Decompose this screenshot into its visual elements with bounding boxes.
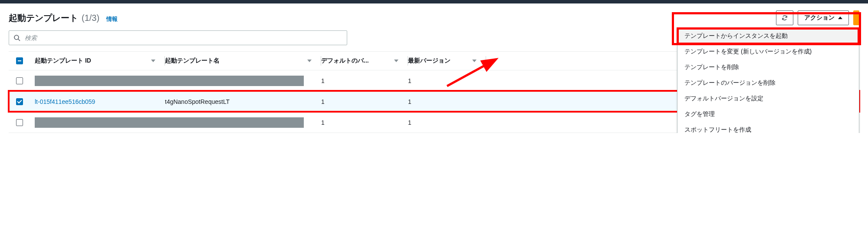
column-header-name-label: 起動テンプレート名 — [165, 57, 220, 65]
default-version-cell: 1 — [321, 98, 325, 105]
sort-icon — [472, 60, 477, 62]
selection-count: (1/3) — [82, 13, 99, 23]
column-header-latest-version[interactable]: 最新バージョン — [408, 52, 486, 70]
latest-version-cell: 1 — [408, 98, 411, 105]
column-header-default-version-label: デフォルトのバ... — [321, 57, 369, 65]
sort-icon — [151, 60, 155, 62]
redacted-cell — [35, 76, 304, 86]
template-name-cell: t4gNanoSpotRequestLT — [165, 98, 230, 105]
row-checkbox[interactable] — [16, 77, 23, 84]
latest-version-cell: 1 — [408, 77, 411, 84]
page-header: 起動テンプレート (1/3) 情報 アクション — [9, 10, 859, 25]
column-header-default-version[interactable]: デフォルトのバ... — [321, 52, 408, 70]
row-checkbox[interactable] — [16, 119, 23, 126]
menu-item-modify-template[interactable]: テンプレートを変更 (新しいバージョンを作成) — [677, 44, 859, 60]
refresh-button[interactable] — [776, 10, 793, 25]
create-launch-template-button[interactable] — [853, 10, 859, 25]
actions-dropdown-button[interactable]: アクション — [798, 10, 849, 25]
latest-version-cell: 1 — [408, 119, 411, 126]
default-version-cell: 1 — [321, 119, 325, 126]
search-container[interactable] — [9, 30, 347, 45]
menu-item-delete-template[interactable]: テンプレートを削除 — [677, 60, 859, 75]
global-nav-bar — [0, 0, 868, 3]
actions-dropdown-menu: テンプレートからインスタンスを起動 テンプレートを変更 (新しいバージョンを作成… — [677, 28, 859, 133]
sort-icon — [307, 60, 312, 62]
menu-item-manage-tags[interactable]: タグを管理 — [677, 106, 859, 122]
row-checkbox[interactable] — [16, 98, 23, 105]
search-icon — [13, 34, 20, 41]
info-link[interactable]: 情報 — [106, 15, 118, 23]
column-header-id-label: 起動テンプレート ID — [35, 57, 91, 65]
menu-item-create-spot-fleet[interactable]: スポットフリートを作成 — [677, 122, 859, 133]
default-version-cell: 1 — [321, 77, 325, 84]
page-title: 起動テンプレート — [9, 12, 78, 24]
svg-line-1 — [18, 39, 20, 41]
menu-item-set-default-version[interactable]: デフォルトバージョンを設定 — [677, 91, 859, 106]
menu-item-delete-version[interactable]: テンプレートのバージョンを削除 — [677, 75, 859, 91]
search-input[interactable] — [24, 34, 342, 42]
actions-label: アクション — [804, 14, 835, 22]
refresh-icon — [781, 14, 788, 21]
column-header-name[interactable]: 起動テンプレート名 — [165, 52, 321, 70]
template-id-link[interactable]: lt-015f411ee516cb059 — [35, 98, 95, 105]
column-header-id[interactable]: 起動テンプレート ID — [35, 52, 165, 70]
svg-point-0 — [14, 35, 19, 40]
redacted-cell — [35, 117, 304, 128]
menu-item-launch-instance[interactable]: テンプレートからインスタンスを起動 — [677, 28, 859, 44]
sort-icon — [394, 60, 398, 62]
select-all-checkbox[interactable] — [16, 57, 23, 64]
column-header-latest-version-label: 最新バージョン — [408, 57, 450, 65]
caret-up-icon — [838, 17, 842, 19]
